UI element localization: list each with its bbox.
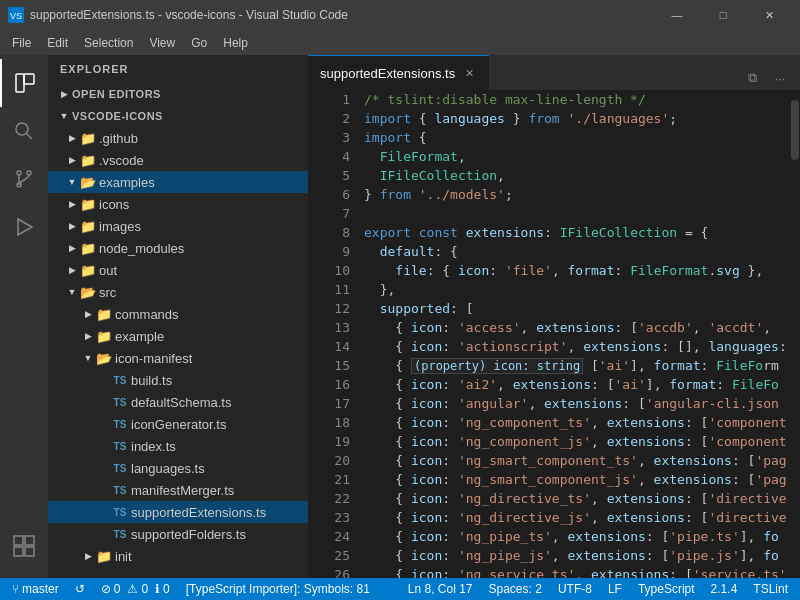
tab-label: supportedExtensions.ts: [320, 66, 455, 81]
minimize-button[interactable]: —: [654, 0, 700, 30]
github-arrow: ▶: [64, 130, 80, 146]
icons-folder-icon: 📁: [80, 196, 96, 212]
tree-item-nodemodules[interactable]: ▶ 📁 node_modules: [48, 237, 308, 259]
commands-folder-icon: 📁: [96, 306, 112, 322]
code-line-22: { icon: 'ng_directive_ts', extensions: […: [364, 489, 790, 508]
tree-item-icongeneratorts[interactable]: ▶ TS iconGenerator.ts: [48, 413, 308, 435]
out-folder-icon: 📁: [80, 262, 96, 278]
tree-item-images[interactable]: ▶ 📁 images: [48, 215, 308, 237]
svg-marker-9: [18, 219, 32, 235]
open-editors-section[interactable]: ▶ OPEN EDITORS: [48, 83, 308, 105]
cursor-position-status[interactable]: Ln 8, Col 17: [404, 578, 477, 600]
menu-selection[interactable]: Selection: [76, 30, 141, 55]
close-button[interactable]: ✕: [746, 0, 792, 30]
tree-item-src[interactable]: ▼ 📂 src: [48, 281, 308, 303]
supportedextensions-file-icon: TS: [112, 504, 128, 520]
nodemodules-folder-icon: 📁: [80, 240, 96, 256]
code-line-19: { icon: 'ng_component_js', extensions: […: [364, 432, 790, 451]
code-line-18: { icon: 'ng_component_ts', extensions: […: [364, 413, 790, 432]
tree-item-manifestmergerts[interactable]: ▶ TS manifestMerger.ts: [48, 479, 308, 501]
tree-item-example[interactable]: ▶ 📁 example: [48, 325, 308, 347]
menu-help[interactable]: Help: [215, 30, 256, 55]
main-layout: EXPLORER ▶ OPEN EDITORS ▼ VSCODE-ICONS ▶…: [0, 55, 800, 578]
activitybar: [0, 55, 48, 578]
tab-close-icon[interactable]: ✕: [461, 65, 477, 81]
vertical-scrollbar[interactable]: [790, 90, 800, 578]
scm-activity-btn[interactable]: [0, 155, 48, 203]
more-actions-button[interactable]: ···: [768, 66, 792, 90]
svg-point-4: [16, 123, 28, 135]
tree-item-icons[interactable]: ▶ 📁 icons: [48, 193, 308, 215]
tslint-status[interactable]: TSLint: [749, 578, 792, 600]
window-title: supportedExtensions.ts - vscode-icons - …: [30, 8, 648, 22]
src-arrow: ▼: [64, 284, 80, 300]
tree-item-vscode[interactable]: ▶ 📁 .vscode: [48, 149, 308, 171]
code-line-16: { icon: 'ai2', extensions: ['ai'], forma…: [364, 375, 790, 394]
git-branch-status[interactable]: ⑂ master: [8, 578, 63, 600]
explorer-activity-btn[interactable]: [0, 59, 48, 107]
examples-folder-icon: 📂: [80, 174, 96, 190]
code-content[interactable]: /* tslint:disable max-line-length */ imp…: [358, 90, 790, 578]
vscode-icons-arrow: ▼: [56, 108, 72, 124]
tree-item-out[interactable]: ▶ 📁 out: [48, 259, 308, 281]
open-editors-label: OPEN EDITORS: [72, 88, 161, 100]
iconmanifest-label: icon-manifest: [115, 351, 192, 366]
tree-item-init[interactable]: ▶ 📁 init: [48, 545, 308, 567]
app-icon: VS: [8, 7, 24, 23]
tree-item-github[interactable]: ▶ 📁 .github: [48, 127, 308, 149]
tree-item-buildts[interactable]: ▶ TS build.ts: [48, 369, 308, 391]
svg-point-6: [17, 171, 21, 175]
example-arrow: ▶: [80, 328, 96, 344]
menu-file[interactable]: File: [4, 30, 39, 55]
menu-edit[interactable]: Edit: [39, 30, 76, 55]
init-folder-icon: 📁: [96, 548, 112, 564]
spaces-status[interactable]: Spaces: 2: [485, 578, 546, 600]
tree-item-indexts[interactable]: ▶ TS index.ts: [48, 435, 308, 457]
init-label: init: [115, 549, 132, 564]
language-status[interactable]: TypeScript: [634, 578, 699, 600]
vscode-arrow: ▶: [64, 152, 80, 168]
info-count: 0: [163, 582, 170, 596]
svg-rect-2: [16, 74, 24, 92]
debug-activity-btn[interactable]: [0, 203, 48, 251]
sidebar-tree: ▶ OPEN EDITORS ▼ VSCODE-ICONS ▶ 📁 .githu…: [48, 83, 308, 578]
tree-item-commands[interactable]: ▶ 📁 commands: [48, 303, 308, 325]
menu-go[interactable]: Go: [183, 30, 215, 55]
vscode-folder-icon: 📁: [80, 152, 96, 168]
git-branch-icon: ⑂: [12, 582, 19, 596]
eol-status[interactable]: LF: [604, 578, 626, 600]
vscode-icons-section[interactable]: ▼ VSCODE-ICONS: [48, 105, 308, 127]
split-editor-button[interactable]: ⧉: [740, 66, 764, 90]
line-numbers: 12345 678910 1112131415 1617181920 21222…: [308, 90, 358, 578]
example-label: example: [115, 329, 164, 344]
tslint-label: TSLint: [753, 582, 788, 596]
extensions-activity-btn[interactable]: [0, 522, 48, 570]
code-line-10: file: { icon: 'file', format: FileFormat…: [364, 261, 790, 280]
tree-item-examples[interactable]: ▼ 📂 examples: [48, 171, 308, 193]
code-line-14: { icon: 'actionscript', extensions: [], …: [364, 337, 790, 356]
src-folder-icon: 📂: [80, 284, 96, 300]
code-line-26: { icon: 'ng_service_ts', extensions: ['s…: [364, 565, 790, 578]
importer-label: [TypeScript Importer]: Symbols: 81: [186, 582, 370, 596]
tree-item-supportedfoldersts[interactable]: ▶ TS supportedFolders.ts: [48, 523, 308, 545]
errors-warnings-status[interactable]: ⊘ 0 ⚠ 0 ℹ 0: [97, 578, 174, 600]
sync-status[interactable]: ↺: [71, 578, 89, 600]
tree-item-languagets[interactable]: ▶ TS languages.ts: [48, 457, 308, 479]
commands-label: commands: [115, 307, 179, 322]
tree-item-supportedextensions[interactable]: ▶ TS supportedExtensions.ts: [48, 501, 308, 523]
maximize-button[interactable]: □: [700, 0, 746, 30]
importer-status[interactable]: [TypeScript Importer]: Symbols: 81: [182, 578, 374, 600]
menu-view[interactable]: View: [141, 30, 183, 55]
buildts-label: build.ts: [131, 373, 172, 388]
editor-area: supportedExtensions.ts ✕ ⧉ ··· 12345 678…: [308, 55, 800, 578]
code-editor: 12345 678910 1112131415 1617181920 21222…: [308, 90, 800, 578]
ts-version-status[interactable]: 2.1.4: [707, 578, 742, 600]
code-line-23: { icon: 'ng_directive_js', extensions: […: [364, 508, 790, 527]
tree-item-iconmanifest[interactable]: ▼ 📂 icon-manifest: [48, 347, 308, 369]
nodemodules-arrow: ▶: [64, 240, 80, 256]
defaultschemats-file-icon: TS: [112, 394, 128, 410]
search-activity-btn[interactable]: [0, 107, 48, 155]
tab-supportedextensions[interactable]: supportedExtensions.ts ✕: [308, 55, 489, 90]
encoding-status[interactable]: UTF-8: [554, 578, 596, 600]
tree-item-defaultschemats[interactable]: ▶ TS defaultSchema.ts: [48, 391, 308, 413]
